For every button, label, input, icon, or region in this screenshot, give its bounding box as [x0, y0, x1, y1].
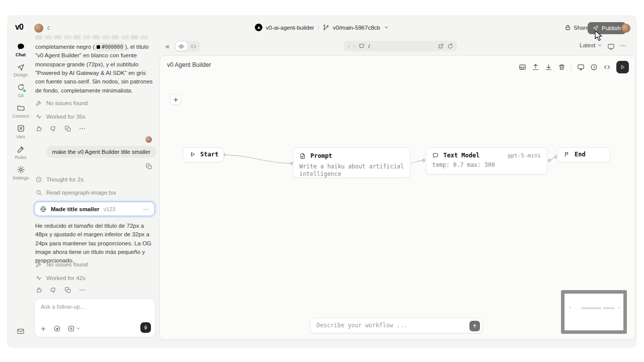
workflow-canvas[interactable]: v0 Agent Builder	[159, 55, 635, 340]
git-icon	[17, 83, 25, 92]
sidebar-item-connect[interactable]: Connect	[5, 104, 36, 119]
version-card-more-icon[interactable]: ⋯	[143, 206, 150, 213]
canvas-minimap[interactable]	[561, 290, 627, 334]
node-model-badge: gpt-5-mini	[508, 152, 541, 159]
user-avatar[interactable]	[621, 24, 630, 33]
thought-icon	[35, 176, 42, 183]
forward-icon[interactable]: ›	[353, 43, 355, 50]
sidebar-label-settings: Settings	[13, 175, 29, 180]
share-label: Share	[574, 25, 589, 31]
sidebar-item-vars[interactable]: Vars	[5, 124, 36, 139]
attach-plus-icon[interactable]	[40, 325, 47, 332]
worked-status-label: Worked for 35s	[46, 114, 86, 120]
chat-composer[interactable]	[34, 298, 155, 337]
color-swatch	[97, 45, 100, 49]
read-file-step[interactable]: Read opengraph-image.tsx	[35, 189, 116, 196]
deployment-icon	[255, 24, 263, 31]
worked-status[interactable]: Worked for 42s	[35, 275, 86, 282]
message-icon	[432, 152, 439, 159]
publish-label: Publish	[602, 25, 621, 31]
sidebar-item-rules[interactable]: Rules	[5, 145, 36, 160]
sidebar-item-design[interactable]: Design	[5, 62, 36, 77]
copy-icon[interactable]	[64, 287, 71, 294]
code-view-icon[interactable]	[188, 42, 199, 51]
node-prompt-body: Write a haiku about artificial intellige…	[299, 163, 404, 177]
collapse-panel-icon[interactable]: «	[166, 42, 170, 50]
sidebar-item-settings[interactable]: Settings	[5, 165, 36, 180]
v0-logo: v0	[15, 23, 23, 32]
color-chip: #000000	[95, 43, 125, 51]
followup-input[interactable]	[41, 304, 141, 310]
thumbs-up-icon[interactable]	[35, 125, 42, 132]
refresh-icon[interactable]	[447, 43, 453, 49]
share-button[interactable]: Share	[565, 24, 589, 31]
thumbs-down-icon[interactable]	[50, 287, 57, 294]
thought-step[interactable]: Thought for 2s	[35, 176, 84, 183]
composer-tools	[40, 325, 80, 332]
chevron-down-icon	[383, 25, 389, 30]
workflow-prompt-bar[interactable]	[310, 318, 483, 333]
preview-path: /	[368, 43, 434, 49]
preview-eye-icon[interactable]	[176, 42, 187, 51]
sidebar-item-chat[interactable]: Chat	[5, 42, 36, 57]
device-preview-icon[interactable]	[607, 43, 615, 50]
sidebar-item-git[interactable]: Git	[5, 83, 36, 98]
chat-panel: completamente negro (#000000), el título…	[32, 32, 156, 362]
node-end[interactable]: End	[557, 147, 610, 162]
worked-status[interactable]: Worked for 35s	[35, 113, 86, 120]
preview-more-icon[interactable]: ⋯	[620, 42, 627, 49]
send-to-icon[interactable]	[53, 325, 61, 332]
node-model-title: Text Model	[443, 152, 479, 159]
assistant-text: completamente negro (	[35, 44, 95, 50]
lock-icon	[565, 24, 571, 31]
voice-input-button[interactable]	[140, 322, 151, 333]
worked-status-label: Worked for 42s	[46, 275, 86, 281]
back-icon[interactable]: ‹	[348, 43, 350, 50]
publish-button[interactable]: Publish	[588, 22, 626, 34]
node-text-model[interactable]: Text Model gpt-5-mini temp: 0.7 max: 300	[426, 147, 547, 174]
workspace-switcher-icon[interactable]	[46, 25, 51, 32]
app: v0 v0-ai-agent-builder / v0/main-5967c8c…	[0, 0, 644, 362]
project-breadcrumb[interactable]: v0-ai-agent-builder / v0/main-5967c8cb	[255, 24, 389, 31]
source-select-icon[interactable]	[67, 325, 80, 332]
issues-status[interactable]: No issues found	[35, 100, 88, 107]
node-start[interactable]: Start	[183, 147, 224, 162]
node-model-params: temp: 0.7 max: 300	[432, 161, 541, 169]
sidebar-label-design: Design	[14, 72, 28, 77]
issues-status-label: No issues found	[46, 100, 88, 106]
copy-icon[interactable]	[145, 163, 152, 170]
feedback-mail-icon[interactable]	[17, 327, 25, 335]
feedback-row: ⋯	[35, 286, 86, 294]
read-file-label: Read opengraph-image.tsx	[46, 190, 116, 196]
sidebar-label-rules: Rules	[15, 155, 26, 160]
preview-url-bar[interactable]: ‹ › /	[344, 41, 457, 51]
assistant-message-2: He reducido el tamaño del título de 72px…	[35, 222, 155, 265]
play-icon	[190, 151, 196, 157]
sidebar-label-git: Git	[18, 93, 24, 98]
minimap-node	[603, 307, 615, 309]
activity-icon	[35, 275, 42, 282]
node-prompt[interactable]: Prompt Write a haiku about artificial in…	[293, 147, 411, 178]
color-code: #000000	[102, 43, 123, 51]
user-message-avatar	[145, 136, 152, 143]
breadcrumb-separator: /	[317, 25, 319, 31]
copy-icon[interactable]	[64, 125, 71, 132]
issues-status[interactable]: No issues found	[35, 261, 88, 268]
assistant-message-1: completamente negro (#000000), el título…	[35, 43, 155, 95]
workflow-submit-button[interactable]	[469, 321, 480, 331]
workflow-input[interactable]	[316, 322, 457, 329]
comments-icon[interactable]	[359, 43, 365, 49]
workspace-avatar[interactable]	[34, 24, 43, 33]
more-actions-icon[interactable]: ⋯	[79, 125, 86, 132]
open-external-icon[interactable]	[438, 43, 444, 49]
node-prompt-title: Prompt	[310, 152, 332, 159]
version-dropdown[interactable]: Latest	[580, 42, 602, 48]
thumbs-down-icon[interactable]	[50, 125, 57, 132]
feedback-row: ⋯	[35, 125, 86, 132]
wrench-icon	[35, 261, 42, 268]
version-card[interactable]: Made title smaller v123 ⋯	[34, 202, 155, 216]
minimap-node	[618, 307, 620, 308]
more-actions-icon[interactable]: ⋯	[79, 286, 86, 294]
thumbs-up-icon[interactable]	[35, 287, 42, 294]
minimap-node	[581, 307, 601, 309]
